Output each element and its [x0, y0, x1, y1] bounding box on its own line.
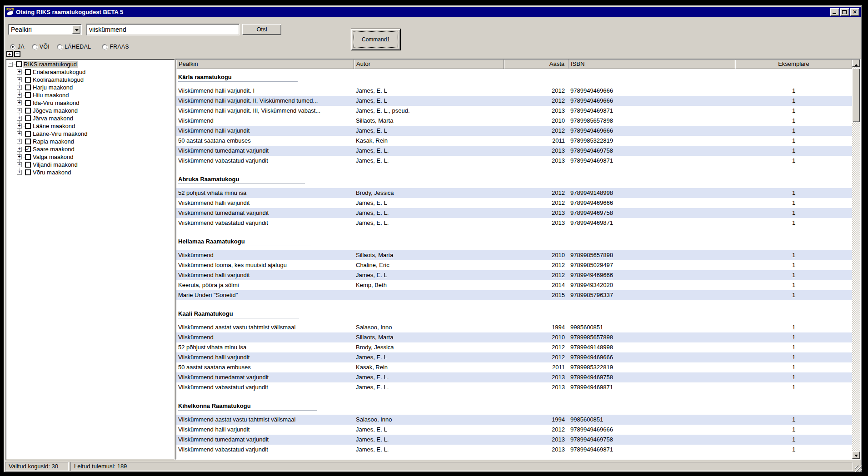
tree-item-checkbox[interactable] [25, 154, 31, 160]
table-row[interactable]: Viiskümmend vabastatud varjundit James, … [176, 445, 852, 455]
tree-item[interactable]: + Harju maakond [8, 84, 175, 91]
column-header-aasta[interactable]: Aasta [504, 60, 569, 69]
expand-toggle-icon[interactable]: + [17, 116, 22, 121]
search-button[interactable]: Otsi [242, 24, 281, 35]
tree-item-checkbox[interactable] [25, 100, 31, 106]
table-row[interactable]: Viiskümmend vabastatud varjundit James, … [176, 156, 852, 166]
tree-item[interactable]: + Lääne maakond [8, 122, 175, 130]
expand-toggle-icon[interactable]: + [17, 162, 22, 167]
tree-item[interactable]: + Jõgeva maakond [8, 107, 175, 114]
table-row[interactable]: Viiskümmend tumedamat varjundit James, E… [176, 208, 852, 218]
table-row[interactable]: 50 aastat saatana embuses Kasak, Rein 20… [176, 362, 852, 372]
tree-item-checkbox[interactable] [25, 162, 31, 168]
radio-lähedal[interactable]: LÄHEDAL [57, 44, 91, 50]
expand-all-button[interactable]: + [6, 51, 13, 57]
table-row[interactable]: Viiskümmend aastat vastu tahtmist välism… [176, 415, 852, 425]
title-bar[interactable]: RiKS Otsing RIKS raamatukogudest BETA 5 … [5, 7, 861, 17]
tree-item-checkbox[interactable] [25, 139, 31, 144]
tree-item[interactable]: + Erialaraamatukogud [8, 68, 175, 76]
tree-item-checkbox[interactable] [25, 123, 31, 129]
tree-item[interactable]: + Saare maakond [8, 145, 175, 153]
expand-toggle-icon[interactable]: + [17, 108, 22, 113]
table-row[interactable]: Viiskümmend halli varjundit. II, Viisküm… [176, 96, 852, 106]
table-row[interactable]: Viiskümmend tumedamat varjundit James, E… [176, 146, 852, 156]
combo-dropdown-button[interactable] [72, 25, 80, 34]
tree-item-checkbox[interactable] [25, 169, 31, 175]
table-row[interactable]: Viiskümmend tumedamat varjundit James, E… [176, 372, 852, 382]
expand-toggle-icon[interactable]: + [17, 170, 22, 175]
maximize-button[interactable] [840, 8, 849, 16]
radio-icon[interactable] [57, 44, 62, 50]
tree-item-checkbox[interactable] [25, 77, 31, 83]
radio-icon[interactable] [102, 44, 107, 50]
table-row[interactable]: Viiskümmend halli varjundit James, E. L … [176, 126, 852, 136]
tree-item[interactable]: + Järva maakond [8, 114, 175, 122]
collapse-all-button[interactable]: − [14, 51, 20, 57]
table-row[interactable]: Marie Underi "Sonetid" 2015 978998579633… [176, 290, 852, 300]
table-row[interactable]: Viiskümmend Sillaots, Marta 2010 9789985… [176, 250, 852, 260]
expand-toggle-icon[interactable]: + [17, 124, 22, 129]
table-row[interactable]: Viiskümmend halli varjundit James, E. L … [176, 352, 852, 362]
tree-item-checkbox[interactable] [25, 115, 31, 121]
column-header-eksemplare[interactable]: Eksemplare [735, 60, 852, 69]
radio-icon[interactable] [32, 44, 37, 50]
scroll-down-button[interactable] [852, 451, 860, 459]
table-row[interactable]: Viiskümmend halli varjundit James, E. L … [176, 270, 852, 280]
minimize-button[interactable] [830, 8, 839, 16]
tree-root-item[interactable]: − RIKS raamatukogud [8, 60, 175, 68]
column-header-autor[interactable]: Autor [354, 60, 504, 69]
expand-toggle-icon[interactable]: + [17, 77, 22, 82]
radio-või[interactable]: VÕI [32, 44, 50, 50]
collapse-toggle-icon[interactable]: − [8, 62, 13, 67]
table-row[interactable]: Viiskümmend halli varjundit James, E. L … [176, 425, 852, 435]
expand-toggle-icon[interactable]: + [17, 100, 22, 105]
tree-item[interactable]: + Viljandi maakond [8, 161, 175, 169]
table-row[interactable]: Viiskümmend vabastatud varjundit James, … [176, 382, 852, 392]
expand-toggle-icon[interactable]: + [17, 69, 22, 74]
tree-item[interactable]: + Võru maakond [8, 169, 175, 176]
tree-item[interactable]: + Ida-Viru maakond [8, 99, 175, 107]
table-row[interactable]: Keeruta, pööra ja sõlmi Kemp, Beth 2014 … [176, 280, 852, 290]
tree-item-checkbox[interactable] [25, 84, 31, 90]
resize-grip[interactable] [855, 466, 862, 472]
tree-item-checkbox[interactable] [25, 69, 31, 75]
table-row[interactable]: 52 põhjust vihata minu isa Brody, Jessic… [176, 188, 852, 198]
radio-ja[interactable]: JA [10, 44, 25, 50]
radio-icon[interactable] [10, 44, 15, 50]
tree-item-checkbox[interactable] [25, 146, 31, 152]
library-tree[interactable]: − RIKS raamatukogud + Erialaraamatukogud… [5, 59, 175, 460]
command1-button[interactable]: Command1 [351, 29, 400, 50]
column-header-isbn[interactable]: ISBN [569, 60, 735, 69]
expand-toggle-icon[interactable]: + [17, 93, 22, 98]
field-type-select[interactable]: Pealkiri [8, 24, 82, 35]
expand-toggle-icon[interactable]: + [17, 85, 22, 90]
table-row[interactable]: Viiskümmend tumedamat varjundit James, E… [176, 435, 852, 445]
expand-toggle-icon[interactable]: + [17, 131, 22, 136]
table-row[interactable]: Viiskümmend Sillaots, Marta 2010 9789985… [176, 116, 852, 126]
table-row[interactable]: 52 põhjust vihata minu isa Brody, Jessic… [176, 342, 852, 352]
tree-item[interactable]: + Lääne-Viru maakond [8, 130, 175, 138]
table-row[interactable]: Viiskümmend halli varjundit. I James, E.… [176, 86, 852, 96]
tree-item-checkbox[interactable] [25, 108, 31, 114]
table-row[interactable]: Viiskümmend looma, kes muutsid ajalugu C… [176, 260, 852, 270]
table-row[interactable]: 50 aastat saatana embuses Kasak, Rein 20… [176, 136, 852, 146]
table-row[interactable]: Viiskümmend vabastatud varjundit James, … [176, 218, 852, 228]
table-row[interactable]: Viiskümmend Sillaots, Marta 2010 9789985… [176, 332, 852, 342]
table-row[interactable]: Viiskümmend halli varjundit. III, Viiskü… [176, 106, 852, 116]
column-header-pealkiri[interactable]: Pealkiri [176, 60, 354, 69]
vertical-scrollbar[interactable] [852, 60, 860, 459]
scroll-up-button[interactable] [852, 60, 860, 67]
expand-toggle-icon[interactable]: + [17, 139, 22, 144]
tree-item[interactable]: + Rapla maakond [8, 138, 175, 145]
expand-toggle-icon[interactable]: + [17, 147, 22, 152]
scrollbar-thumb[interactable] [852, 69, 860, 122]
tree-item[interactable]: + Kooliraamatukogud [8, 76, 175, 84]
tree-item[interactable]: + Valga maakond [8, 153, 175, 161]
table-row[interactable]: Viiskümmend aastat vastu tahtmist välism… [176, 322, 852, 332]
search-input[interactable] [86, 24, 239, 35]
expand-toggle-icon[interactable]: + [17, 154, 22, 159]
tree-item-checkbox[interactable] [25, 131, 31, 137]
radio-fraas[interactable]: FRAAS [102, 44, 129, 50]
tree-item-checkbox[interactable] [25, 92, 31, 98]
tree-item[interactable]: + Hiiu maakond [8, 91, 175, 99]
